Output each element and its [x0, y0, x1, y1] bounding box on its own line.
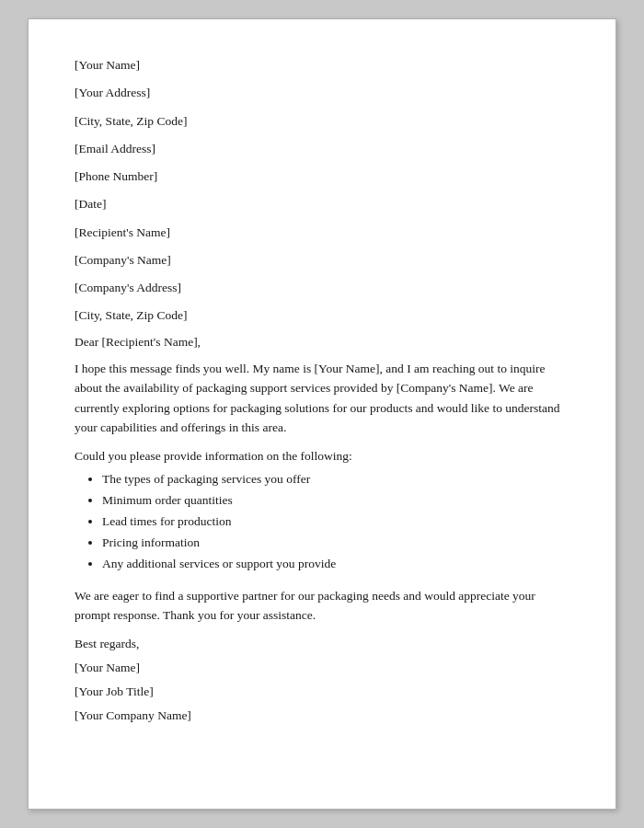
sender-city-state-zip: [City, State, Zip Code] — [75, 112, 569, 131]
list-item: Lead times for production — [102, 512, 569, 533]
recipient-city-state-zip: [City, State, Zip Code] — [75, 306, 569, 325]
list-item: Minimum order quantities — [102, 490, 569, 512]
recipient-name: [Recipient's Name] — [75, 224, 569, 242]
signature-name: [Your Name] — [75, 661, 569, 675]
closing-greeting: Best regards, — [75, 637, 569, 651]
closing-paragraph: We are eager to find a supportive partne… — [75, 586, 569, 626]
sender-phone: [Phone Number] — [75, 167, 569, 186]
salutation: Dear [Recipient's Name], — [75, 335, 569, 350]
letter-page: [Your Name] [Your Address] [City, State,… — [28, 18, 616, 810]
intro-paragraph: I hope this message finds you well. My n… — [75, 359, 569, 438]
list-item: The types of packaging services you offe… — [102, 469, 569, 490]
signature-title: [Your Job Title] — [75, 684, 569, 699]
recipient-address: [Company's Address] — [75, 279, 569, 297]
list-item: Any additional services or support you p… — [102, 554, 569, 575]
signature-company: [Your Company Name] — [75, 708, 569, 723]
list-item: Pricing information — [102, 533, 569, 554]
sender-email: [Email Address] — [75, 140, 569, 158]
recipient-company: [Company's Name] — [75, 251, 569, 270]
list-intro: Could you please provide information on … — [75, 449, 569, 464]
services-list: The types of packaging services you offe… — [102, 469, 569, 575]
date: [Date] — [75, 195, 569, 213]
sender-address: [Your Address] — [75, 84, 569, 102]
sender-name: [Your Name] — [75, 56, 569, 75]
